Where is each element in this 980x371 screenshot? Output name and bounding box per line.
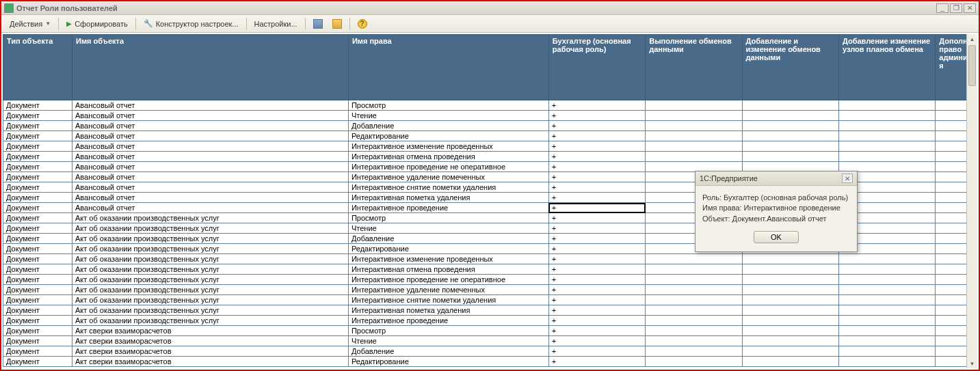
table-cell[interactable] xyxy=(838,121,935,131)
help-button[interactable]: ? xyxy=(354,18,371,30)
table-cell[interactable] xyxy=(838,131,935,141)
table-cell[interactable]: Интерактивная отмена проведения xyxy=(348,264,548,275)
table-cell[interactable] xyxy=(646,141,742,152)
table-cell[interactable] xyxy=(742,100,838,111)
table-cell[interactable]: Документ xyxy=(3,357,72,367)
table-cell[interactable]: Акт сверки взаиморасчетов xyxy=(72,336,348,346)
table-cell[interactable] xyxy=(742,295,838,305)
table-cell[interactable]: Авансовый отчет xyxy=(72,162,348,172)
table-cell[interactable]: Документ xyxy=(3,111,72,121)
table-cell[interactable]: + xyxy=(548,223,645,234)
table-cell[interactable]: Авансовый отчет xyxy=(72,203,348,213)
table-cell[interactable]: Документ xyxy=(3,275,72,285)
table-cell[interactable]: Интерактивное проведение xyxy=(348,316,548,326)
table-row[interactable]: ДокументАкт об оказании производственных… xyxy=(3,316,977,326)
table-cell[interactable]: + xyxy=(548,162,645,172)
table-cell[interactable]: + xyxy=(548,295,645,305)
table-row[interactable]: ДокументАвансовый отчетИнтерактивное изм… xyxy=(3,141,977,152)
table-cell[interactable]: Добавление xyxy=(348,121,548,131)
table-row[interactable]: ДокументАвансовый отчетДобавление+ xyxy=(3,121,977,131)
table-cell[interactable] xyxy=(838,152,935,162)
close-button[interactable]: ✕ xyxy=(964,3,976,13)
table-cell[interactable]: Документ xyxy=(3,285,72,295)
table-cell[interactable]: Акт об оказании производственных услуг xyxy=(72,254,348,264)
table-cell[interactable]: Акт об оказании производственных услуг xyxy=(72,244,348,254)
table-cell[interactable] xyxy=(742,326,838,336)
table-cell[interactable]: Акт об оказании производственных услуг xyxy=(72,295,348,305)
table-row[interactable]: ДокументАкт об оказании производственных… xyxy=(3,285,977,295)
table-cell[interactable] xyxy=(742,141,838,152)
table-cell[interactable]: Авансовый отчет xyxy=(72,141,348,152)
column-header[interactable]: Тип объекта xyxy=(3,35,72,100)
table-cell[interactable]: + xyxy=(548,254,645,264)
minimize-button[interactable]: _ xyxy=(936,3,949,13)
vertical-scrollbar[interactable]: ▲ ▼ xyxy=(966,34,977,368)
table-cell[interactable]: Авансовый отчет xyxy=(72,152,348,162)
table-cell[interactable] xyxy=(742,111,838,121)
table-cell[interactable]: + xyxy=(548,316,645,326)
table-cell[interactable]: Документ xyxy=(3,182,72,193)
table-cell[interactable]: Просмотр xyxy=(348,326,548,336)
table-cell[interactable]: Интерактивное изменение проведенных xyxy=(348,254,548,264)
table-row[interactable]: ДокументАкт об оказании производственных… xyxy=(3,305,977,316)
table-cell[interactable]: Документ xyxy=(3,336,72,346)
table-cell[interactable]: Акт сверки взаиморасчетов xyxy=(72,326,348,336)
table-cell[interactable]: Документ xyxy=(3,316,72,326)
scroll-down-icon[interactable]: ▼ xyxy=(967,359,977,368)
ok-button[interactable]: OK xyxy=(754,231,799,243)
generate-button[interactable]: ▶ Сформировать xyxy=(62,18,132,29)
table-cell[interactable]: + xyxy=(548,234,645,244)
table-cell[interactable]: Авансовый отчет xyxy=(72,111,348,121)
table-cell[interactable] xyxy=(838,295,935,305)
table-cell[interactable]: Просмотр xyxy=(348,213,548,223)
table-cell[interactable]: + xyxy=(548,305,645,316)
table-cell[interactable] xyxy=(742,131,838,141)
scroll-up-icon[interactable]: ▲ xyxy=(967,34,977,44)
table-cell[interactable]: Интерактивное снятие пометки удаления xyxy=(348,182,548,193)
table-row[interactable]: ДокументАкт сверки взаиморасчетовДобавле… xyxy=(3,346,977,357)
table-cell[interactable] xyxy=(742,346,838,357)
table-cell[interactable]: Добавление xyxy=(348,234,548,244)
table-cell[interactable]: + xyxy=(548,172,645,182)
table-cell[interactable] xyxy=(646,152,742,162)
table-cell[interactable] xyxy=(742,357,838,367)
column-header[interactable]: Добавление изменение узлов планов обмена xyxy=(838,35,935,100)
table-cell[interactable]: Документ xyxy=(3,305,72,316)
table-cell[interactable]: Документ xyxy=(3,141,72,152)
table-cell[interactable] xyxy=(742,336,838,346)
table-cell[interactable] xyxy=(838,316,935,326)
table-cell[interactable]: Документ xyxy=(3,213,72,223)
table-cell[interactable]: Акт сверки взаиморасчетов xyxy=(72,346,348,357)
table-cell[interactable] xyxy=(646,316,742,326)
table-cell[interactable] xyxy=(838,285,935,295)
table-cell[interactable]: Документ xyxy=(3,244,72,254)
table-cell[interactable]: Интерактивная пометка удаления xyxy=(348,193,548,203)
table-cell[interactable]: + xyxy=(548,326,645,336)
column-header[interactable]: Выполнение обменов данными xyxy=(646,35,742,100)
table-cell[interactable] xyxy=(646,336,742,346)
table-cell[interactable] xyxy=(742,264,838,275)
table-cell[interactable]: Документ xyxy=(3,162,72,172)
table-row[interactable]: ДокументАкт сверки взаиморасчетовРедакти… xyxy=(3,357,977,367)
column-header[interactable]: Добавление и изменение обменов данными xyxy=(742,35,838,100)
table-cell[interactable]: Авансовый отчет xyxy=(72,121,348,131)
table-cell[interactable] xyxy=(838,346,935,357)
table-cell[interactable] xyxy=(742,285,838,295)
table-cell[interactable]: Авансовый отчет xyxy=(72,100,348,111)
table-row[interactable]: ДокументАвансовый отчетРедактирование+ xyxy=(3,131,977,141)
table-cell[interactable]: Интерактивное удаление помеченных xyxy=(348,172,548,182)
table-cell[interactable]: + xyxy=(548,121,645,131)
table-cell[interactable]: Интерактивное проведение xyxy=(348,203,548,213)
table-cell[interactable] xyxy=(838,275,935,285)
table-cell[interactable]: Документ xyxy=(3,326,72,336)
table-cell[interactable]: Интерактивная пометка удаления xyxy=(348,305,548,316)
table-cell[interactable] xyxy=(646,326,742,336)
table-cell[interactable]: + xyxy=(548,213,645,223)
table-cell[interactable]: Чтение xyxy=(348,111,548,121)
table-cell[interactable] xyxy=(838,264,935,275)
table-cell[interactable]: + xyxy=(548,131,645,141)
table-cell[interactable]: Документ xyxy=(3,121,72,131)
designer-button[interactable]: 🔧 Конструктор настроек... xyxy=(140,18,243,29)
table-cell[interactable] xyxy=(646,305,742,316)
table-cell[interactable]: + xyxy=(548,182,645,193)
